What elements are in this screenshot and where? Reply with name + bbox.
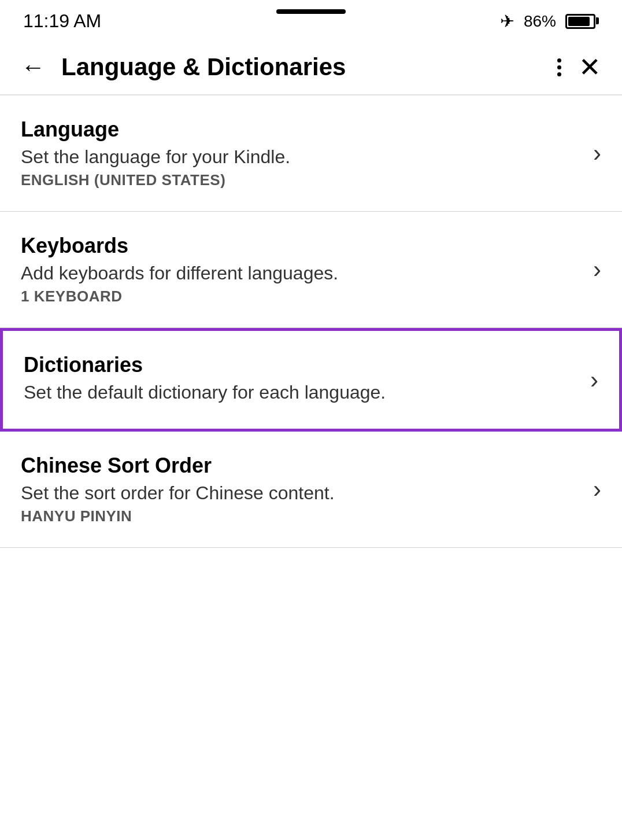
settings-item-keyboards-title: Keyboards [21, 234, 582, 258]
settings-item-language-desc: Set the language for your Kindle. [21, 146, 582, 168]
settings-item-language-title: Language [21, 117, 582, 142]
battery-icon [565, 14, 599, 29]
more-icon [557, 58, 561, 76]
airplane-icon: ✈ [500, 11, 514, 31]
nav-bar: ← Language & Dictionaries ✕ [0, 40, 622, 95]
page-title: Language & Dictionaries [61, 53, 346, 81]
swipe-handle-bar [276, 9, 346, 14]
chevron-right-icon: › [593, 256, 601, 283]
chevron-right-icon: › [593, 476, 601, 503]
settings-item-dictionaries-title: Dictionaries [24, 353, 579, 377]
settings-list: Language Set the language for your Kindl… [0, 95, 622, 548]
settings-item-chinese-sort-value: HANYU PINYIN [21, 507, 582, 525]
settings-item-dictionaries-desc: Set the default dictionary for each lang… [24, 382, 579, 403]
settings-item-chinese-sort-desc: Set the sort order for Chinese content. [21, 482, 582, 504]
settings-item-chinese-sort[interactable]: Chinese Sort Order Set the sort order fo… [0, 432, 622, 548]
status-bar: 11:19 AM ✈ 86% [0, 0, 622, 40]
settings-item-dictionaries[interactable]: Dictionaries Set the default dictionary … [0, 328, 622, 432]
settings-item-dictionaries-content: Dictionaries Set the default dictionary … [24, 353, 579, 407]
settings-item-keyboards[interactable]: Keyboards Add keyboards for different la… [0, 212, 622, 328]
settings-item-keyboards-content: Keyboards Add keyboards for different la… [21, 234, 582, 305]
close-icon: ✕ [579, 52, 601, 82]
chevron-right-icon: › [590, 366, 598, 394]
status-right: ✈ 86% [500, 11, 599, 31]
back-button[interactable]: ← [21, 55, 45, 79]
settings-item-keyboards-value: 1 KEYBOARD [21, 288, 582, 305]
more-menu-button[interactable] [557, 58, 561, 76]
status-time: 11:19 AM [23, 10, 101, 32]
settings-item-language[interactable]: Language Set the language for your Kindl… [0, 95, 622, 212]
settings-item-chinese-sort-title: Chinese Sort Order [21, 454, 582, 478]
nav-left: ← Language & Dictionaries [21, 53, 346, 81]
back-icon: ← [21, 53, 45, 80]
settings-item-keyboards-desc: Add keyboards for different languages. [21, 263, 582, 284]
settings-item-language-value: ENGLISH (UNITED STATES) [21, 171, 582, 189]
battery-tip [596, 17, 599, 24]
settings-item-chinese-sort-content: Chinese Sort Order Set the sort order fo… [21, 454, 582, 525]
settings-item-language-content: Language Set the language for your Kindl… [21, 117, 582, 189]
chevron-right-icon: › [593, 139, 601, 167]
battery-body [565, 14, 595, 29]
close-button[interactable]: ✕ [579, 51, 601, 83]
nav-right: ✕ [557, 51, 601, 83]
swipe-handle [276, 7, 346, 19]
battery-percent: 86% [524, 12, 556, 31]
battery-fill [568, 17, 590, 26]
